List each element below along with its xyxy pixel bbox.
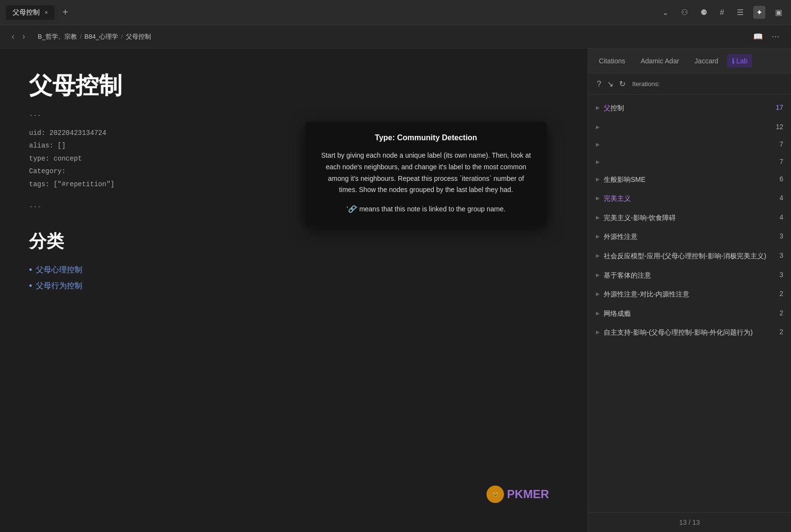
- breadcrumb-part-3[interactable]: 父母控制: [126, 32, 151, 41]
- arrow-icon-1: ▶: [596, 105, 600, 110]
- active-tab[interactable]: 父母控制 ×: [6, 5, 55, 20]
- community-name-7: 完美主义-影响-饮食障碍: [604, 213, 676, 223]
- arrow-icon-10: ▶: [596, 272, 600, 278]
- arrow-icon-11: ▶: [596, 291, 600, 296]
- breadcrumb-part-2[interactable]: B84_心理学: [85, 32, 118, 41]
- breadcrumb-part-1[interactable]: B_哲学、宗教: [38, 32, 77, 41]
- arrow-icon-12: ▶: [596, 310, 600, 316]
- community-name-6: 完美主义: [604, 194, 631, 204]
- arrow-icon-4: ▶: [596, 159, 600, 164]
- main-layout: 父母控制 --- uid: 20220423134724 alias: [] t…: [0, 48, 791, 532]
- community-item-4[interactable]: ▶ 7: [588, 153, 791, 170]
- community-count-4: 7: [779, 158, 783, 165]
- community-name-11: 外源性注意-对比-内源性注意: [604, 290, 689, 299]
- community-count-7: 4: [779, 213, 783, 221]
- note-divider-top: ---: [29, 111, 559, 119]
- community-count-3: 7: [779, 140, 783, 148]
- add-tab-button[interactable]: +: [59, 5, 72, 20]
- pkmer-logo: 🐱: [487, 486, 504, 503]
- community-item-11[interactable]: ▶ 外源性注意-对比-内源性注意 2: [588, 285, 791, 304]
- link-icon[interactable]: ⚇: [678, 6, 691, 19]
- hash-icon[interactable]: #: [717, 6, 727, 19]
- more-icon[interactable]: ⋯: [770, 30, 781, 43]
- arrow-icon-13: ▶: [596, 329, 600, 335]
- community-count-9: 3: [779, 251, 783, 259]
- list-item-1[interactable]: 父母心理控制: [29, 265, 559, 275]
- nav-buttons: ‹ ›: [10, 30, 27, 43]
- graph-icon[interactable]: ✦: [753, 6, 765, 19]
- note-panel: 父母控制 --- uid: 20220423134724 alias: [] t…: [0, 48, 588, 532]
- tab-citations[interactable]: Citations: [592, 53, 632, 69]
- tab-lab-label: Lab: [736, 57, 747, 65]
- list-icon[interactable]: ☰: [734, 6, 746, 19]
- tooltip-body: Start by giving each node a unique label…: [319, 150, 533, 196]
- note-title: 父母控制: [29, 72, 559, 100]
- tooltip-title: Type: Community Detection: [319, 133, 533, 142]
- community-name-8: 外源性注意: [604, 232, 638, 242]
- community-count-8: 3: [779, 232, 783, 240]
- tab-lab[interactable]: ℹ Lab: [727, 54, 752, 68]
- tooltip-note: '🔗' means that this note is linked to th…: [319, 204, 533, 214]
- community-item-6[interactable]: ▶ 完美主义 4: [588, 189, 791, 208]
- toolbar: ‹ › B_哲学、宗教 / B84_心理学 / 父母控制 📖 ⋯: [0, 25, 791, 48]
- community-item-12[interactable]: ▶ 网络成瘾 2: [588, 304, 791, 324]
- arrow-icon-2: ▶: [596, 124, 600, 130]
- book-icon[interactable]: 📖: [751, 30, 765, 43]
- community-item-10[interactable]: ▶ 基于客体的注意 3: [588, 266, 791, 285]
- dropdown-icon[interactable]: ⌄: [659, 6, 671, 19]
- breadcrumb: B_哲学、宗教 / B84_心理学 / 父母控制: [38, 32, 745, 41]
- arrow-icon-9: ▶: [596, 253, 600, 258]
- tab-close-icon[interactable]: ×: [45, 9, 48, 16]
- refresh-icon[interactable]: ↻: [618, 78, 626, 89]
- arrow-icon-6: ▶: [596, 195, 600, 201]
- arrow-icon-3: ▶: [596, 142, 600, 147]
- community-item-3[interactable]: ▶ 7: [588, 135, 791, 153]
- right-panel: Citations Adamic Adar Jaccard ℹ Lab ? ↘ …: [588, 48, 791, 532]
- community-count-5: 6: [779, 175, 783, 183]
- help-icon[interactable]: ?: [596, 79, 602, 89]
- title-bar-icons: ⌄ ⚇ ⚈ # ☰ ✦ ▣: [659, 6, 785, 19]
- section-title: 分类: [29, 230, 559, 253]
- community-item-7[interactable]: ▶ 完美主义-影响-饮食障碍 4: [588, 208, 791, 228]
- trend-icon[interactable]: ↘: [606, 78, 614, 89]
- title-bar: 父母控制 × + ⌄ ⚇ ⚈ # ☰ ✦ ▣: [0, 0, 791, 25]
- arrow-icon-7: ▶: [596, 215, 600, 220]
- community-count-1: 17: [776, 103, 783, 111]
- community-name-12: 网络成瘾: [604, 309, 631, 319]
- community-count-13: 2: [779, 328, 783, 336]
- iterations-label: Iterations:: [632, 80, 660, 88]
- community-name-5: 生般影响SME: [604, 175, 645, 185]
- community-item-5[interactable]: ▶ 生般影响SME 6: [588, 170, 791, 190]
- community-item-13[interactable]: ▶ 自主支持-影响-(父母心理控制-影响-外化问题行为) 2: [588, 323, 791, 342]
- breadcrumb-sep-2: /: [121, 33, 123, 40]
- tab-adamic-adar[interactable]: Adamic Adar: [634, 53, 685, 69]
- forward-button[interactable]: ›: [20, 30, 27, 43]
- community-list: ▶ 父控制 17 ▶ 12 ▶ 7: [588, 95, 791, 512]
- list-item-2[interactable]: 父母行为控制: [29, 281, 559, 291]
- right-panel-tabs: Citations Adamic Adar Jaccard ℹ Lab: [588, 48, 791, 74]
- right-subheader: ? ↘ ↻ Iterations:: [588, 74, 791, 95]
- community-item-9[interactable]: ▶ 社会反应模型-应用-(父母心理控制-影响-消极完美主义) 3: [588, 247, 791, 266]
- pagination-text: 13 / 13: [679, 518, 700, 526]
- community-item-2[interactable]: ▶ 12: [588, 118, 791, 135]
- community-count-11: 2: [779, 290, 783, 297]
- layout-icon[interactable]: ▣: [772, 6, 785, 19]
- tab-jaccard[interactable]: Jaccard: [688, 53, 725, 69]
- community-item-8[interactable]: ▶ 外源性注意 3: [588, 227, 791, 247]
- community-name-13: 自主支持-影响-(父母心理控制-影响-外化问题行为): [604, 328, 753, 338]
- community-item-1[interactable]: ▶ 父控制 17: [588, 99, 791, 118]
- note-links-list: 父母心理控制 父母行为控制: [29, 265, 559, 291]
- community-name-9: 社会反应模型-应用-(父母心理控制-影响-消极完美主义): [604, 251, 766, 261]
- back-button[interactable]: ‹: [10, 30, 16, 43]
- pkmer-watermark: 🐱 PKMER: [487, 486, 549, 503]
- arrow-icon-8: ▶: [596, 234, 600, 239]
- breadcrumb-sep-1: /: [80, 33, 82, 40]
- pkmer-text: PKMER: [507, 488, 549, 501]
- community-count-12: 2: [779, 309, 783, 317]
- arrow-icon-5: ▶: [596, 177, 600, 182]
- right-panel-footer: 13 / 13: [588, 512, 791, 532]
- lab-icon: ℹ: [732, 57, 734, 65]
- link2-icon[interactable]: ⚈: [698, 6, 710, 19]
- toolbar-right: 📖 ⋯: [751, 30, 781, 43]
- tab-label: 父母控制: [13, 8, 40, 17]
